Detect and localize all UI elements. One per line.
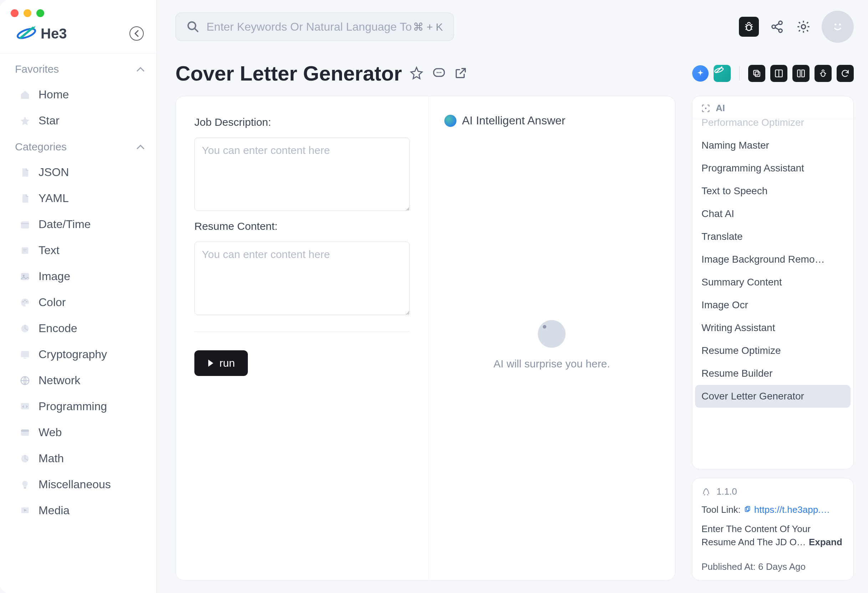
debug-button[interactable] [815, 65, 832, 82]
run-button[interactable]: run [194, 350, 248, 376]
refresh-button[interactable] [837, 65, 854, 82]
sidebar-item-label: Text [38, 244, 59, 257]
brand[interactable]: He3 [16, 25, 67, 42]
category-icon [19, 296, 31, 309]
brand-name: He3 [41, 26, 67, 42]
sidebar-item-network[interactable]: Network [15, 368, 145, 393]
sidebar-item-label: Web [38, 426, 62, 439]
close-window-icon[interactable] [11, 9, 19, 17]
sidebar-item-image[interactable]: Image [15, 263, 145, 289]
svg-point-8 [26, 301, 27, 302]
svg-point-36 [705, 107, 707, 109]
brand-logo-icon [16, 25, 37, 42]
sidebar-item-label: Image [38, 270, 70, 283]
category-icon [19, 374, 31, 387]
copy-icon [752, 69, 762, 78]
answer-heading: AI Intelligent Answer [444, 114, 660, 127]
published-row: Published At: 6 Days Ago [701, 561, 844, 572]
minimize-window-icon[interactable] [24, 9, 31, 17]
version-row: 1.1.0 [701, 486, 844, 497]
sidebar: He3 Favorites Home Star Categories [0, 0, 157, 593]
sidebar-collapse-button[interactable] [130, 26, 144, 41]
sidebar-item-star[interactable]: Star [15, 107, 145, 134]
bug-icon [818, 69, 828, 78]
tool-link[interactable]: https://t.he3app.… [754, 504, 830, 515]
comment-button[interactable] [432, 66, 446, 81]
ai-tool-item[interactable]: Writing Assistant [695, 316, 850, 339]
search-input[interactable] [207, 20, 413, 34]
tool-link-row: Tool Link: https://t.he3app.… [701, 504, 844, 515]
sidebar-item-json[interactable]: JSON [15, 159, 145, 185]
copy-link-icon[interactable] [744, 506, 751, 514]
sidebar-item-date-time[interactable]: Date/Time [15, 211, 145, 237]
search-bar[interactable]: ⌘ + K [176, 12, 454, 41]
svg-rect-15 [21, 430, 29, 431]
svg-point-28 [437, 72, 438, 73]
ai-tool-item[interactable]: Text to Speech [695, 180, 850, 202]
sidebar-item-text[interactable]: Text [15, 237, 145, 263]
ai-tool-item[interactable]: Programming Assistant [695, 157, 850, 180]
sidebar-item-programming[interactable]: Programming [15, 393, 145, 419]
svg-point-24 [801, 25, 806, 29]
header-tools [692, 65, 854, 82]
sidebar-item-math[interactable]: Math [15, 446, 145, 471]
sidebar-item-label: Encode [38, 322, 77, 335]
share-button[interactable] [769, 19, 785, 35]
ai-tool-item[interactable]: Resume Builder [695, 362, 850, 385]
svg-point-23 [779, 29, 782, 32]
book-icon [796, 69, 806, 78]
play-icon [207, 359, 214, 368]
ai-tool-item[interactable]: Translate [695, 225, 850, 248]
ai-tool-item[interactable]: Image Background Remo… [695, 248, 850, 271]
ai-tool-item[interactable]: Naming Master [695, 134, 850, 157]
open-external-button[interactable] [454, 66, 468, 81]
bug-report-button[interactable] [739, 17, 759, 37]
sidebar-item-cryptography[interactable]: Cryptography [15, 341, 145, 368]
svg-rect-32 [754, 70, 758, 75]
categories-header[interactable]: Categories [15, 141, 145, 153]
ai-tools-list[interactable]: Performance Optimizer Naming MasterProgr… [692, 119, 853, 469]
ai-tool-item[interactable]: Summary Content [695, 271, 850, 294]
sidebar-item-yaml[interactable]: YAML [15, 185, 145, 211]
sidebar-item-label: JSON [38, 166, 69, 179]
avatar[interactable] [822, 11, 854, 43]
ai-brand-button[interactable] [714, 65, 731, 82]
sidebar-item-label: YAML [38, 192, 69, 205]
copy-button[interactable] [748, 65, 765, 82]
job-description-input[interactable] [194, 138, 410, 211]
svg-rect-33 [755, 72, 760, 76]
search-icon [186, 20, 199, 33]
sidebar-item-color[interactable]: Color [15, 289, 145, 315]
settings-button[interactable] [795, 19, 812, 35]
svg-point-29 [438, 72, 439, 73]
sidebar-item-media[interactable]: Media [15, 497, 145, 524]
split-view-button[interactable] [770, 65, 787, 82]
resume-content-input[interactable] [194, 241, 410, 315]
favorite-button[interactable] [410, 66, 424, 81]
svg-point-30 [440, 72, 441, 73]
scan-icon [701, 103, 711, 113]
category-icon [19, 504, 31, 517]
svg-rect-13 [21, 403, 29, 409]
sidebar-item-label: Cryptography [38, 348, 107, 361]
ai-tool-item[interactable]: Cover Letter Generator [695, 385, 850, 408]
favorites-header[interactable]: Favorites [15, 63, 145, 75]
ai-tool-item[interactable]: Chat AI [695, 202, 850, 225]
maximize-window-icon[interactable] [36, 9, 44, 17]
ai-tool-item[interactable]: Image Ocr [695, 294, 850, 316]
avatar-face-icon [829, 18, 847, 35]
sidebar-item-encode[interactable]: Encode [15, 315, 145, 341]
expand-button[interactable]: Expand [809, 537, 842, 547]
answer-placeholder: AI will surprise you here. [444, 127, 660, 562]
ai-tool-item[interactable]: Resume Optimize [695, 339, 850, 362]
docs-button[interactable] [793, 65, 809, 82]
ai-orb-icon [444, 115, 456, 127]
ai-sparkle-button[interactable] [692, 65, 709, 82]
categories-label: Categories [15, 141, 67, 153]
sidebar-item-miscellaneous[interactable]: Miscellaneous [15, 471, 145, 497]
sidebar-item-web[interactable]: Web [15, 419, 145, 446]
refresh-icon [840, 69, 850, 78]
sidebar-item-home[interactable]: Home [15, 82, 145, 107]
ai-tool-item-partial[interactable]: Performance Optimizer [695, 119, 850, 134]
svg-rect-17 [24, 487, 27, 488]
